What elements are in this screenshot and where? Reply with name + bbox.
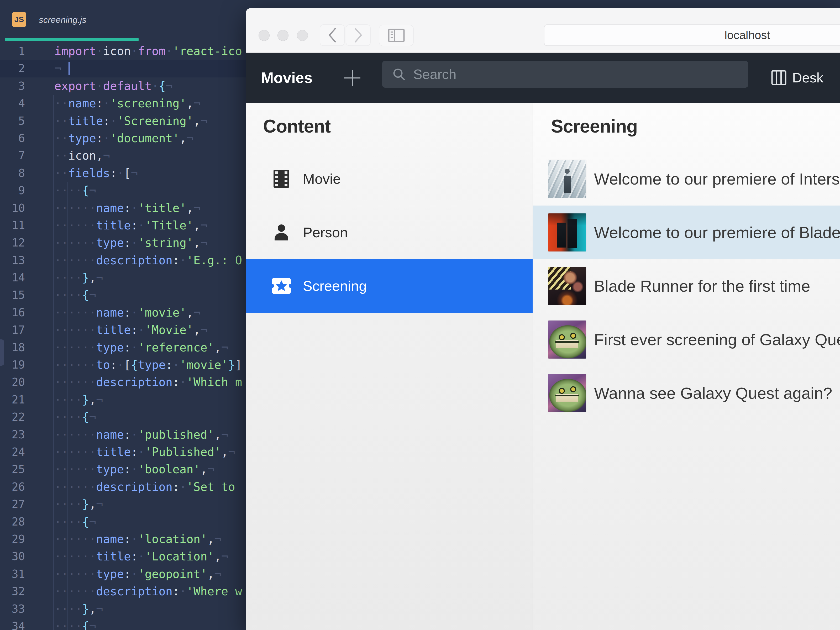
screening-pane-title: Screening bbox=[551, 116, 637, 137]
line-number: 25 bbox=[0, 461, 25, 478]
code-text: ····},¬ bbox=[54, 600, 103, 618]
ticket-icon bbox=[271, 278, 292, 294]
document-list-item[interactable]: Blade Runner for the first time bbox=[533, 259, 840, 313]
line-number: 5 bbox=[0, 112, 25, 129]
line-number: 33 bbox=[0, 600, 25, 618]
studio-navbar: Movies Search Desk bbox=[246, 53, 840, 103]
window-close-button[interactable] bbox=[259, 30, 270, 41]
editor-tab-filename[interactable]: screening.js bbox=[39, 15, 86, 25]
url-bar[interactable]: localhost bbox=[544, 24, 840, 46]
sidebar-item-person[interactable]: Person bbox=[246, 205, 533, 259]
line-number: 9 bbox=[0, 182, 25, 199]
document-title: Wanna see Galaxy Quest again? bbox=[594, 384, 832, 403]
document-title: Welcome to our premiere of Interste bbox=[594, 170, 840, 188]
desk-columns-icon bbox=[771, 70, 786, 85]
code-text: ····{¬ bbox=[54, 409, 96, 426]
javascript-file-icon: JS bbox=[12, 12, 26, 27]
film-icon bbox=[271, 170, 292, 188]
line-number: 4 bbox=[0, 95, 25, 112]
line-number: 11 bbox=[0, 217, 25, 234]
document-list-item[interactable]: Welcome to our premiere of Interste bbox=[533, 152, 840, 205]
line-number: 14 bbox=[0, 269, 25, 286]
window-minimize-button[interactable] bbox=[278, 30, 289, 41]
code-text: import·icon·from·'react-ico bbox=[54, 43, 242, 60]
line-number: 2 bbox=[0, 60, 25, 77]
desk-tool-button[interactable]: Desk bbox=[771, 53, 823, 103]
code-text: ··name:·'screening',¬ bbox=[54, 95, 200, 112]
document-title: Blade Runner for the first time bbox=[594, 277, 810, 295]
line-number: 31 bbox=[0, 565, 25, 583]
sidebar-panel-icon bbox=[388, 28, 405, 43]
line-number: 26 bbox=[0, 478, 25, 496]
screening-pane: Screening Welcome to our premiere of Int… bbox=[533, 103, 840, 630]
code-text: ······description:·'Which m bbox=[54, 374, 242, 391]
line-number: 23 bbox=[0, 426, 25, 444]
code-text: export·default·{¬ bbox=[54, 77, 172, 95]
code-text: ····},¬ bbox=[54, 496, 103, 513]
movie-poster-thumbnail bbox=[548, 321, 586, 358]
movie-poster-thumbnail bbox=[548, 213, 586, 251]
code-text: ····{¬ bbox=[54, 182, 96, 199]
line-number: 1 bbox=[0, 43, 25, 60]
search-placeholder: Search bbox=[413, 66, 456, 82]
line-number: 20 bbox=[0, 374, 25, 391]
studio-title[interactable]: Movies bbox=[261, 69, 313, 86]
content-type-list: MoviePersonScreening bbox=[246, 152, 533, 313]
code-text: ······name:·'published',¬ bbox=[54, 426, 228, 444]
code-text: ······type:·'reference',¬ bbox=[54, 339, 228, 356]
code-text: ····},¬ bbox=[54, 269, 103, 286]
document-list-item[interactable]: Welcome to our premiere of Blade R bbox=[533, 205, 840, 259]
studio-content: Content MoviePersonScreening Screening W… bbox=[246, 103, 840, 630]
text-cursor bbox=[68, 62, 69, 75]
browser-window: localhost Movies Search bbox=[246, 8, 840, 630]
editor-edge-handle[interactable] bbox=[0, 339, 4, 366]
document-title: First ever screening of Galaxy Ques bbox=[594, 330, 840, 349]
code-text: ······title:·'Title',¬ bbox=[54, 217, 207, 234]
code-text: ······type:·'string',¬ bbox=[54, 234, 207, 251]
person-icon bbox=[271, 224, 292, 240]
line-number: 24 bbox=[0, 444, 25, 461]
code-text: ··title:·'Screening',¬ bbox=[54, 112, 207, 129]
code-text: ··icon,¬ bbox=[54, 147, 110, 164]
document-list-item[interactable]: First ever screening of Galaxy Ques bbox=[533, 313, 840, 366]
movie-poster-thumbnail bbox=[548, 374, 586, 412]
code-text: ····{¬ bbox=[54, 618, 96, 630]
code-text: ······type:·'geopoint',¬ bbox=[54, 565, 221, 583]
code-text: ······title:·'Location',¬ bbox=[54, 548, 228, 565]
line-number: 12 bbox=[0, 234, 25, 251]
line-number: 30 bbox=[0, 548, 25, 565]
desk-label: Desk bbox=[792, 70, 823, 85]
chevron-left-icon bbox=[328, 28, 337, 43]
code-text: ······name:·'location',¬ bbox=[54, 531, 221, 548]
code-text: ····{¬ bbox=[54, 513, 96, 531]
active-tab-underline bbox=[5, 38, 139, 41]
sidebar-item-movie[interactable]: Movie bbox=[246, 152, 533, 205]
search-input[interactable]: Search bbox=[382, 61, 748, 88]
line-number: 10 bbox=[0, 199, 25, 217]
sidebar-toggle-button[interactable] bbox=[379, 25, 414, 46]
code-text: ······to:·[{type:·'movie'}] bbox=[54, 356, 242, 374]
code-text: ······description:·'E.g.: O bbox=[54, 252, 242, 269]
chevron-right-icon bbox=[354, 28, 363, 43]
sidebar-item-screening[interactable]: Screening bbox=[246, 259, 533, 313]
browser-titlebar: localhost bbox=[246, 8, 840, 52]
movie-poster-thumbnail bbox=[548, 160, 586, 198]
sidebar-item-label: Person bbox=[303, 224, 348, 240]
line-number: 8 bbox=[0, 164, 25, 182]
document-list-item[interactable]: Wanna see Galaxy Quest again? bbox=[533, 366, 840, 420]
browser-forward-button[interactable] bbox=[346, 24, 371, 46]
line-number: 13 bbox=[0, 252, 25, 269]
line-number: 3 bbox=[0, 77, 25, 95]
window-zoom-button[interactable] bbox=[297, 30, 308, 41]
line-number: 7 bbox=[0, 147, 25, 164]
movie-poster-thumbnail bbox=[548, 267, 586, 305]
browser-back-button[interactable] bbox=[320, 24, 345, 46]
sidebar-item-label: Movie bbox=[303, 171, 341, 187]
line-number: 22 bbox=[0, 409, 25, 426]
code-text: ····{¬ bbox=[54, 286, 96, 304]
create-new-document-button[interactable] bbox=[344, 69, 361, 87]
sidebar-item-label: Screening bbox=[303, 278, 367, 294]
line-number: 29 bbox=[0, 531, 25, 548]
code-text: ··fields:·[¬ bbox=[54, 164, 138, 182]
content-pane: Content MoviePersonScreening bbox=[246, 103, 533, 630]
